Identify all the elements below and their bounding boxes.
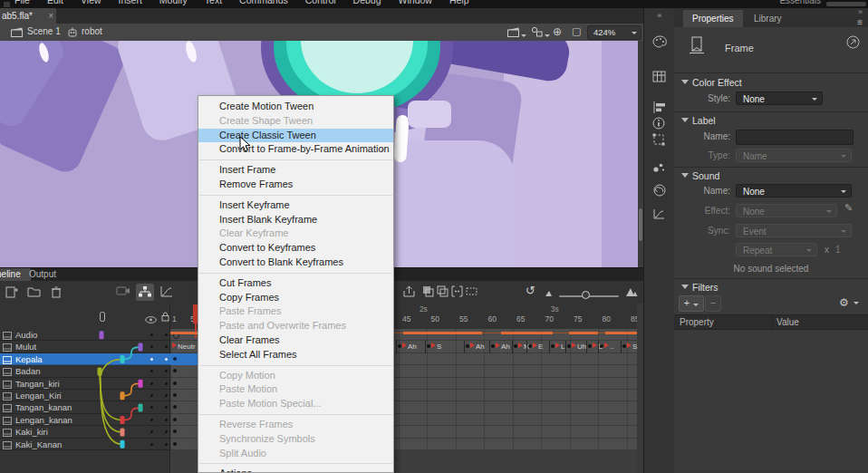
add-filter-button[interactable]: +: [679, 295, 704, 312]
edit-symbols-dropdown-icon[interactable]: [545, 34, 550, 37]
menu-item-insert-frame[interactable]: Insert Frame: [198, 163, 393, 178]
keyframe-dot[interactable]: [622, 344, 626, 348]
color-palette-icon[interactable]: [652, 35, 667, 50]
tab-properties[interactable]: Properties: [683, 10, 743, 27]
menu-insert[interactable]: Insert: [119, 0, 142, 5]
collapse-color-effect-icon[interactable]: [681, 80, 689, 84]
collapse-sound-icon[interactable]: [681, 173, 689, 178]
help-icon[interactable]: [846, 35, 860, 51]
keyframe-dot[interactable]: [173, 418, 177, 421]
keyframe-dot[interactable]: [173, 393, 177, 397]
section-color-effect[interactable]: Color Effect: [692, 77, 742, 88]
camera-button[interactable]: [116, 285, 130, 299]
zoom-level-select[interactable]: 424%: [587, 25, 641, 40]
edit-scene-dropdown-icon[interactable]: [521, 34, 526, 37]
edit-scene-clapperboard-icon[interactable]: [507, 27, 519, 39]
lock-icon[interactable]: [161, 309, 169, 325]
zoom-out-frames-icon[interactable]: [545, 289, 559, 303]
collapse-filters-icon[interactable]: [681, 285, 689, 289]
tab-timeline[interactable]: Timeline: [0, 268, 31, 281]
keyframe-dot[interactable]: [514, 344, 517, 348]
parent-marker[interactable]: [139, 404, 143, 412]
gear-icon[interactable]: ⚙: [839, 296, 849, 309]
stage-scrollbar-thumb[interactable]: [639, 208, 642, 241]
parent-marker[interactable]: [121, 428, 125, 436]
onion-skin-outline-icon[interactable]: [437, 285, 451, 299]
frame-range-icon[interactable]: [466, 285, 480, 299]
menu-item-cut-frames[interactable]: Cut Frames: [198, 276, 393, 291]
swatches-icon[interactable]: [652, 70, 667, 84]
menu-item-create-classic-tween[interactable]: Create Classic Tween: [198, 129, 393, 143]
menu-item-actions[interactable]: Actions: [198, 467, 393, 473]
creative-cloud-icon[interactable]: [652, 184, 667, 198]
timeline-scrollbar[interactable]: [637, 304, 643, 473]
menu-text[interactable]: Text: [205, 0, 222, 5]
transform-icon[interactable]: [652, 133, 667, 148]
keyframe-dot[interactable]: [173, 442, 177, 446]
panel-menu-icon[interactable]: ≡: [857, 17, 863, 27]
collapse-label-icon[interactable]: [681, 118, 689, 122]
menu-window[interactable]: Window: [399, 0, 432, 5]
tab-library[interactable]: Library: [745, 10, 791, 27]
parent-marker[interactable]: [98, 367, 102, 375]
brushes-icon[interactable]: [652, 160, 667, 175]
layer-parenting-view-button[interactable]: [136, 284, 154, 301]
tab-output[interactable]: Output: [29, 268, 56, 281]
parent-marker[interactable]: [121, 391, 125, 400]
info-icon[interactable]: [652, 117, 667, 131]
edit-symbols-icon[interactable]: [531, 26, 543, 39]
reset-timeline-zoom-icon[interactable]: ↺: [526, 284, 535, 297]
keyframe-dot[interactable]: [173, 381, 177, 385]
expand-panel-icon[interactable]: »: [858, 7, 863, 16]
timeline-zoom-slider-knob[interactable]: [582, 291, 590, 299]
keyframe-dot[interactable]: [398, 344, 401, 348]
menu-item-clear-frames[interactable]: Clear Frames: [198, 333, 393, 348]
edit-multiple-frames-icon[interactable]: [451, 285, 466, 299]
delete-layer-button[interactable]: [51, 285, 65, 299]
pencil-icon[interactable]: ✎: [844, 202, 853, 214]
menu-item-convert-to-frame-by-frame-animation[interactable]: Convert to Frame-by-Frame Animation›: [198, 142, 393, 157]
workspace-switcher[interactable]: Essentials: [779, 0, 821, 5]
scene-clapperboard-icon[interactable]: [11, 27, 23, 39]
menu-help[interactable]: Help: [449, 0, 469, 5]
keyframe-dot[interactable]: [173, 369, 177, 372]
eye-visibility-icon[interactable]: [145, 311, 157, 327]
keyframe-dot[interactable]: [173, 430, 177, 433]
keyframe-dot[interactable]: [173, 405, 177, 409]
section-sound[interactable]: Sound: [692, 170, 719, 181]
breadcrumb-scene[interactable]: Scene 1: [27, 26, 61, 36]
graph-editor-button[interactable]: [159, 285, 174, 299]
section-label[interactable]: Label: [692, 115, 716, 126]
new-layer-button[interactable]: [5, 285, 20, 299]
keyframe-dot[interactable]: [466, 344, 469, 348]
parent-marker[interactable]: [100, 331, 104, 339]
breadcrumb-symbol[interactable]: robot: [82, 26, 102, 36]
center-frame-icon[interactable]: ⊕: [553, 25, 562, 38]
section-filters[interactable]: Filters: [692, 282, 719, 293]
sound-name-select[interactable]: None: [736, 184, 852, 198]
parent-marker[interactable]: [139, 343, 143, 352]
menu-control[interactable]: Control: [305, 0, 336, 5]
menu-modify[interactable]: Modify: [159, 0, 188, 5]
menu-commands[interactable]: Commands: [239, 0, 288, 5]
export-frames-icon[interactable]: [402, 285, 417, 299]
menu-item-create-motion-tween[interactable]: Create Motion Tween: [198, 100, 393, 114]
menu-item-insert-keyframe[interactable]: Insert Keyframe: [198, 198, 393, 213]
keyframe-dot[interactable]: [551, 344, 555, 348]
search-input[interactable]: [826, 2, 866, 6]
document-tab[interactable]: ab5.fla* ×: [0, 8, 56, 24]
menu-file[interactable]: File: [14, 0, 30, 5]
keyframe-dot[interactable]: [491, 344, 495, 348]
keyframe-dot[interactable]: [588, 344, 592, 348]
keyframe-dot[interactable]: [528, 344, 532, 348]
parent-marker[interactable]: [121, 355, 125, 363]
keyframe-dot[interactable]: [567, 344, 571, 348]
new-folder-button[interactable]: [27, 285, 42, 299]
keyframe-dot[interactable]: [427, 344, 430, 348]
align-icon[interactable]: [652, 101, 667, 115]
close-icon[interactable]: ×: [48, 8, 53, 24]
parent-marker[interactable]: [121, 416, 125, 424]
menu-item-convert-to-keyframes[interactable]: Convert to Keyframes: [198, 241, 393, 256]
menu-edit[interactable]: Edit: [47, 0, 63, 5]
menu-item-select-all-frames[interactable]: Select All Frames: [198, 348, 393, 362]
